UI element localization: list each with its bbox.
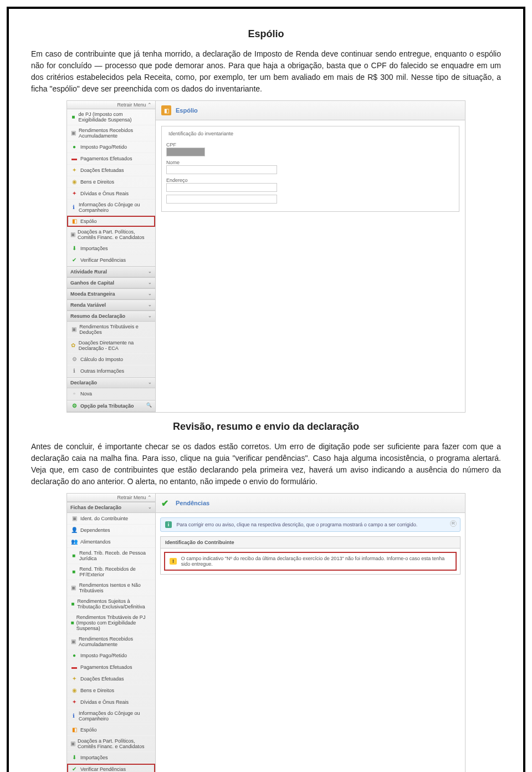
sidebar-item-label: Doações Efetuadas (80, 676, 124, 682)
sidebar-item[interactable]: ●Imposto Pago/Retido (67, 141, 155, 153)
sidebar-item[interactable]: ✔Verificar Pendências (67, 255, 155, 266)
chevron-down-icon: ⌄ (148, 505, 152, 510)
input-nome[interactable] (166, 165, 277, 174)
sidebar-item[interactable]: ✿Doações Diretamente na Declaração - ECA (67, 338, 155, 354)
sidebar-item[interactable]: ▣Doações a Part. Políticos, Comitês Fina… (67, 227, 155, 243)
section-opcao-tributacao[interactable]: ⚙Opção pela Tributação🔍 (67, 400, 155, 412)
sidebar-item-label: Alimentandos (80, 539, 111, 545)
app-window-pendencias: Retrair Menu ⌃ Fichas de Declaração⌄ ▣Id… (66, 493, 466, 772)
item-icon: ◉ (70, 687, 78, 694)
warning-icon: ! (170, 558, 177, 565)
sidebar-section[interactable]: Ganhos de Capital⌄ (67, 277, 155, 288)
pend-header: Identificação do Contribuinte (161, 537, 460, 548)
sidebar-item-label: Doações a Part. Políticos, Comitês Finan… (78, 229, 152, 240)
sidebar-item[interactable]: ■Rend. Trib. Recebidos de PF/Exterior (67, 564, 155, 580)
section-title-espolio: Espólio (31, 28, 501, 40)
sidebar-item-label: Espólio (80, 727, 97, 733)
sidebar-item-label: Rend. Trib. Recebidos de PF/Exterior (79, 566, 152, 577)
input-cpf[interactable] (166, 148, 205, 156)
espolio-icon: ◧ (161, 105, 171, 115)
sidebar-item[interactable]: ■Rendimentos Tributáveis de PJ (Imposto … (67, 612, 155, 634)
panel-header-2: ✔ Pendências (156, 494, 465, 513)
item-icon: ⬇ (70, 754, 78, 761)
retrair-menu[interactable]: Retrair Menu ⌃ (67, 101, 155, 109)
sidebar-item[interactable]: 👤Dependentes (67, 525, 155, 536)
sidebar-item-label: Importações (80, 246, 108, 251)
paragraph-revisao: Antes de concluir, é importante checar s… (31, 441, 501, 487)
sidebar-item[interactable]: ■de PJ (Imposto com Exigibilidade Suspen… (67, 109, 155, 125)
fieldset-inventariante: Identificação do inventariante CPF Nome … (161, 126, 459, 212)
sidebar-item[interactable]: 👥Alimentandos (67, 536, 155, 548)
sidebar-item[interactable]: ⚙Cálculo do Imposto (67, 354, 155, 365)
main-panel: ◧ Espólio Identificação do inventariante… (156, 101, 465, 412)
close-icon[interactable]: R (450, 520, 457, 527)
sidebar-item-label: Rendimentos Tributáveis de PJ (Imposto c… (76, 614, 152, 631)
sidebar-item[interactable]: ⬇Importações (67, 752, 155, 764)
sidebar-item[interactable]: ▬Pagamentos Efetuados (67, 662, 155, 673)
sidebar-item[interactable]: ✔Verificar Pendências (67, 764, 155, 772)
sidebar-item[interactable]: ▣Doações a Part. Políticos, Comitês Fina… (67, 736, 155, 752)
label-cpf: CPF (166, 142, 454, 148)
sidebar-item[interactable]: ℹInformações do Cônjuge ou Companheiro (67, 708, 155, 724)
item-icon: ◧ (70, 218, 78, 225)
pend-section: Identificação do Contribuinte ! O campo … (160, 536, 461, 575)
item-icon: ✔ (70, 257, 78, 263)
chevron-up-icon: ⌃ (147, 102, 152, 108)
sidebar-item[interactable]: ◧Espólio (67, 216, 155, 227)
sidebar-item[interactable]: ℹInformações do Cônjuge ou Companheiro (67, 200, 155, 216)
item-icon: ✦ (70, 699, 78, 705)
sidebar-item[interactable]: ✦Dívidas e Ônus Reais (67, 188, 155, 200)
sidebar-item[interactable]: ▬Pagamentos Efetuados (67, 153, 155, 165)
sidebar-item[interactable]: ◉Bens e Direitos (67, 176, 155, 188)
sidebar-item-label: Imposto Pago/Retido (80, 144, 127, 150)
sidebar-item-label: Outras Informações (80, 368, 124, 374)
sidebar-item[interactable]: ▣Rendimentos Tributáveis e Deduções (67, 322, 155, 338)
sidebar-item[interactable]: ●Imposto Pago/Retido (67, 650, 155, 662)
check-icon: ✔ (161, 498, 171, 508)
retrair-menu-2[interactable]: Retrair Menu ⌃ (67, 494, 155, 502)
sidebar-item-label: Informações do Cônjuge ou Companheiro (79, 202, 152, 213)
sidebar-item[interactable]: ▣Rendimentos Recebidos Acumuladamente (67, 125, 155, 141)
sidebar-item[interactable]: ✦Doações Efetuadas (67, 165, 155, 176)
section-declaracao[interactable]: Declaração⌄ (67, 377, 155, 388)
sidebar-item-nova[interactable]: ▫Nova (67, 388, 155, 400)
chevron-down-icon: ⌄ (148, 380, 152, 385)
sidebar-item[interactable]: ■Rend. Trib. Receb. de Pessoa Jurídica (67, 548, 155, 564)
item-icon: ▣ (70, 638, 76, 645)
sidebar-item-label: de PJ (Imposto com Exigibilidade Suspens… (78, 111, 152, 123)
sidebar-item[interactable]: ▣Ident. do Contribuinte (67, 513, 155, 525)
item-icon: ▬ (70, 155, 78, 162)
sidebar-item[interactable]: ℹOutras Informações (67, 365, 155, 377)
sidebar-item[interactable]: ▣Rendimentos Recebidos Acumuladamente (67, 634, 155, 650)
sidebar-item[interactable]: ✦Dívidas e Ônus Reais (67, 697, 155, 708)
sidebar-item[interactable]: ▣Rendimentos Isentos e Não Tributáveis (67, 580, 155, 596)
item-icon: ⚙ (70, 356, 78, 363)
item-icon: ℹ (70, 713, 76, 719)
sidebar-item[interactable]: ◉Bens e Direitos (67, 685, 155, 697)
sidebar-item-label: Ident. do Contribuinte (80, 516, 128, 521)
item-icon: ◧ (70, 727, 78, 733)
sidebar-item[interactable]: ■Rendimentos Sujeitos à Tributação Exclu… (67, 596, 155, 612)
input-endereco[interactable] (166, 183, 277, 192)
item-icon: 👥 (70, 539, 78, 545)
item-icon: ◉ (70, 179, 78, 185)
item-icon: 👤 (70, 527, 78, 534)
sidebar-section[interactable]: Resumo da Declaração⌄ (67, 311, 155, 322)
sidebar-item-label: Rend. Trib. Receb. de Pessoa Jurídica (79, 550, 152, 561)
sidebar-2: Retrair Menu ⌃ Fichas de Declaração⌄ ▣Id… (67, 494, 156, 772)
chevron-down-icon: ⌄ (148, 313, 152, 318)
sidebar-item[interactable]: ◧Espólio (67, 724, 155, 736)
pend-row[interactable]: ! O campo indicativo "Nº do recibo da úl… (164, 552, 457, 571)
sidebar-item[interactable]: ✦Doações Efetuadas (67, 673, 155, 685)
sidebar-section[interactable]: Moeda Estrangeira⌄ (67, 288, 155, 299)
chevron-down-icon: ⌄ (148, 291, 152, 296)
item-icon: ▣ (70, 740, 75, 747)
info-text: Para corrigir erro ou aviso, clique na r… (177, 522, 418, 527)
section-fichas[interactable]: Fichas de Declaração⌄ (67, 502, 155, 513)
input-endereco-2[interactable] (166, 195, 277, 204)
sidebar-section[interactable]: Renda Variável⌄ (67, 299, 155, 311)
sidebar-item[interactable]: ⬇Importações (67, 243, 155, 255)
sidebar-item-label: Imposto Pago/Retido (80, 653, 127, 658)
sidebar-section[interactable]: Atividade Rural⌄ (67, 266, 155, 277)
item-icon: ✦ (70, 167, 78, 174)
